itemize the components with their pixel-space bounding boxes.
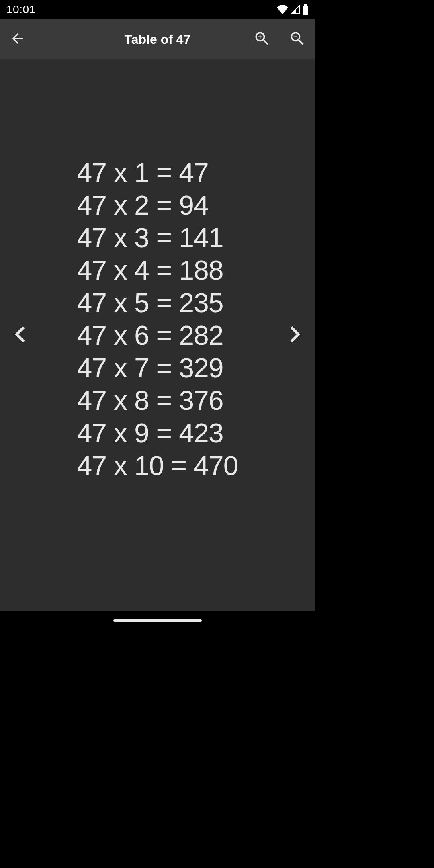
arrow-back-icon: [10, 31, 26, 48]
status-time: 10:01: [6, 3, 36, 16]
status-indicators: [276, 4, 309, 15]
table-row: 47 x 1 = 47: [77, 156, 208, 189]
zoom-in-button[interactable]: [244, 19, 280, 59]
next-button[interactable]: [275, 318, 315, 352]
content-area: 47 x 1 = 47 47 x 2 = 94 47 x 3 = 141 47 …: [0, 59, 315, 611]
chevron-right-icon: [279, 318, 311, 352]
table-row: 47 x 3 = 141: [77, 221, 223, 254]
table-row: 47 x 5 = 235: [77, 287, 223, 319]
status-bar: 10:01: [0, 0, 315, 19]
wifi-icon: [276, 5, 289, 14]
table-row: 47 x 6 = 282: [77, 319, 223, 352]
table-row: 47 x 2 = 94: [77, 189, 208, 221]
table-row: 47 x 10 = 470: [77, 449, 238, 482]
zoom-in-icon: [253, 30, 271, 49]
table-area: 47 x 1 = 47 47 x 2 = 94 47 x 3 = 141 47 …: [40, 172, 275, 498]
cell-signal-icon: [290, 5, 301, 14]
back-button[interactable]: [0, 19, 35, 59]
system-nav-bar: [0, 611, 315, 630]
home-indicator[interactable]: [113, 619, 202, 622]
multiplication-table: 47 x 1 = 47 47 x 2 = 94 47 x 3 = 141 47 …: [77, 156, 238, 482]
page-title: Table of 47: [125, 32, 191, 47]
svg-rect-0: [304, 4, 307, 6]
app-bar: Table of 47: [0, 19, 315, 59]
table-row: 47 x 4 = 188: [77, 254, 223, 287]
screen: 10:01 Table of 47: [0, 0, 315, 630]
table-row: 47 x 9 = 423: [77, 417, 223, 449]
prev-button[interactable]: [0, 318, 40, 352]
zoom-out-button[interactable]: [280, 19, 315, 59]
svg-rect-1: [303, 6, 308, 15]
zoom-out-icon: [289, 30, 306, 49]
chevron-left-icon: [4, 318, 36, 352]
app-bar-actions: [244, 19, 315, 59]
battery-icon: [302, 4, 309, 15]
table-row: 47 x 7 = 329: [77, 352, 223, 384]
table-row: 47 x 8 = 376: [77, 384, 223, 417]
